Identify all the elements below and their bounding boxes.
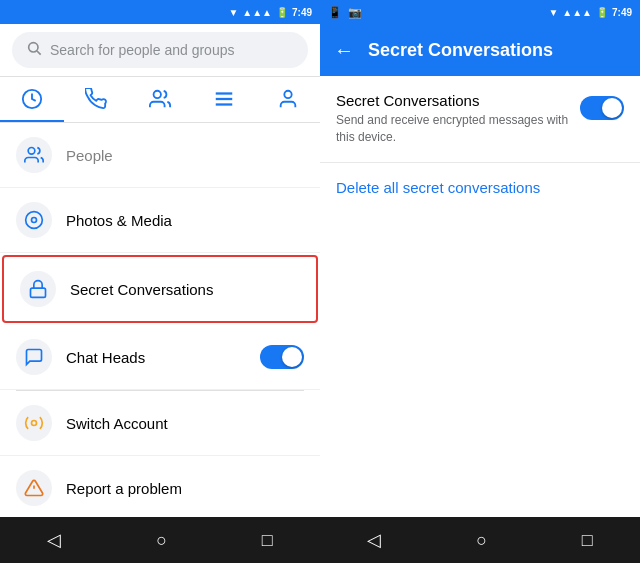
- report-problem-label: Report a problem: [66, 480, 304, 497]
- people-label: People: [66, 147, 304, 164]
- right-status-right: ▼ ▲▲▲ 🔋 7:49: [548, 7, 632, 18]
- tab-calls[interactable]: [64, 77, 128, 122]
- right-header: ← Secret Conversations: [320, 24, 640, 76]
- report-icon: [16, 470, 52, 506]
- tab-recent[interactable]: [0, 77, 64, 122]
- svg-point-0: [29, 43, 38, 52]
- right-recent-button[interactable]: □: [566, 522, 609, 559]
- lock-icon: [20, 271, 56, 307]
- svg-point-10: [32, 218, 37, 223]
- right-panel: 📱 📷 ▼ ▲▲▲ 🔋 7:49 ← Secret Conversations …: [320, 0, 640, 563]
- chat-heads-label: Chat Heads: [66, 349, 260, 366]
- menu-item-photos-media[interactable]: Photos & Media: [0, 188, 320, 253]
- menu-item-people[interactable]: People: [0, 123, 320, 188]
- right-battery-icon: 🔋: [596, 7, 608, 18]
- tab-menu[interactable]: [192, 77, 256, 122]
- camera-status-icon: 📷: [348, 6, 362, 19]
- menu-item-report-problem[interactable]: Report a problem: [0, 456, 320, 517]
- setting-title: Secret Conversations: [336, 92, 570, 109]
- delete-all-item[interactable]: Delete all secret conversations: [320, 163, 640, 213]
- wifi-icon: ▼: [228, 7, 238, 18]
- svg-point-9: [26, 212, 43, 229]
- right-back-button[interactable]: ◁: [351, 521, 397, 559]
- switch-account-label: Switch Account: [66, 415, 304, 432]
- tab-profile[interactable]: [256, 77, 320, 122]
- right-bottom-nav: ◁ ○ □: [320, 517, 640, 563]
- svg-point-7: [284, 90, 291, 97]
- svg-line-1: [37, 51, 41, 55]
- home-button[interactable]: ○: [140, 522, 183, 559]
- nav-tabs: [0, 77, 320, 123]
- search-icon: [26, 40, 42, 60]
- svg-point-12: [32, 421, 37, 426]
- setting-description: Send and receive encrypted messages with…: [336, 112, 570, 146]
- signal-icon: ▲▲▲: [242, 7, 272, 18]
- photos-icon: [16, 202, 52, 238]
- menu-item-switch-account[interactable]: Switch Account: [0, 391, 320, 456]
- chat-heads-icon: [16, 339, 52, 375]
- battery-icon: 🔋: [276, 7, 288, 18]
- secret-conversations-toggle[interactable]: [580, 96, 624, 120]
- back-button-right[interactable]: ←: [334, 39, 354, 62]
- search-bar: Search for people and groups: [0, 24, 320, 77]
- secret-conversations-setting: Secret Conversations Send and receive en…: [320, 76, 640, 163]
- right-time-display: 7:49: [612, 7, 632, 18]
- svg-rect-11: [31, 288, 46, 297]
- right-status-left-icons: 📱 📷: [328, 6, 362, 19]
- right-status-bar: 📱 📷 ▼ ▲▲▲ 🔋 7:49: [320, 0, 640, 24]
- right-content: Secret Conversations Send and receive en…: [320, 76, 640, 517]
- menu-item-secret-conversations[interactable]: Secret Conversations: [2, 255, 318, 323]
- menu-item-chat-heads[interactable]: Chat Heads: [0, 325, 320, 390]
- recent-button[interactable]: □: [246, 522, 289, 559]
- right-signal-icon: ▲▲▲: [562, 7, 592, 18]
- tab-people[interactable]: [128, 77, 192, 122]
- menu-list: People Photos & Media Secret Conversatio…: [0, 123, 320, 517]
- svg-point-3: [154, 90, 161, 97]
- svg-point-8: [28, 148, 35, 155]
- delete-all-label: Delete all secret conversations: [336, 179, 540, 196]
- people-icon: [16, 137, 52, 173]
- time-display: 7:49: [292, 7, 312, 18]
- left-status-icons: ▼ ▲▲▲ 🔋 7:49: [228, 7, 312, 18]
- back-button[interactable]: ◁: [31, 521, 77, 559]
- secret-conversations-label: Secret Conversations: [70, 281, 300, 298]
- right-wifi-icon: ▼: [548, 7, 558, 18]
- left-status-bar: ▼ ▲▲▲ 🔋 7:49: [0, 0, 320, 24]
- chat-heads-toggle[interactable]: [260, 345, 304, 369]
- left-bottom-nav: ◁ ○ □: [0, 517, 320, 563]
- search-input-wrapper[interactable]: Search for people and groups: [12, 32, 308, 68]
- right-header-title: Secret Conversations: [368, 40, 553, 61]
- messenger-status-icon: 📱: [328, 6, 342, 19]
- right-home-button[interactable]: ○: [460, 522, 503, 559]
- left-panel: ▼ ▲▲▲ 🔋 7:49 Search for people and group…: [0, 0, 320, 563]
- search-placeholder-text: Search for people and groups: [50, 42, 234, 58]
- setting-text: Secret Conversations Send and receive en…: [336, 92, 570, 146]
- switch-account-icon: [16, 405, 52, 441]
- photos-media-label: Photos & Media: [66, 212, 304, 229]
